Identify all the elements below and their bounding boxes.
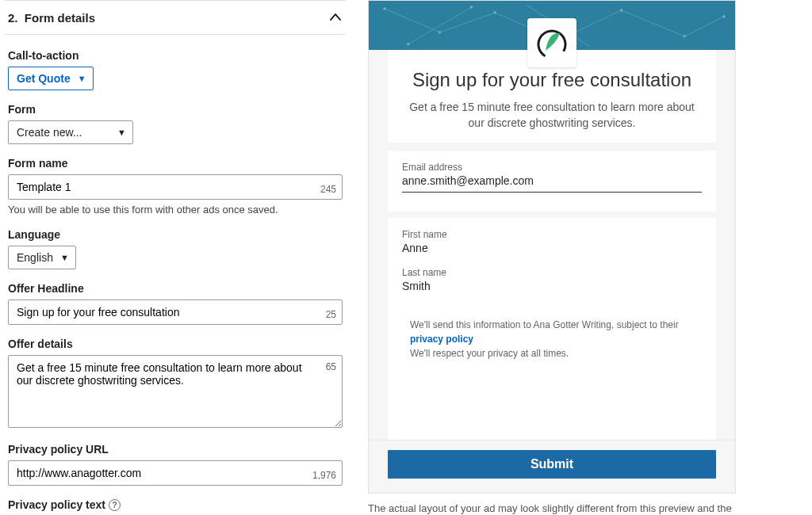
svg-line-1 xyxy=(440,13,496,32)
headline-label: Offer Headline xyxy=(8,282,343,295)
preview-headline: Sign up for your free consultation xyxy=(408,69,695,91)
form-label: Form xyxy=(8,103,343,116)
privacy-url-counter: 1,976 xyxy=(312,470,336,481)
svg-line-5 xyxy=(684,17,724,36)
form-name-label: Form name xyxy=(8,157,343,170)
preview-submit-button[interactable]: Submit xyxy=(388,450,716,479)
help-icon[interactable]: ? xyxy=(109,499,121,511)
section-header[interactable]: 2. Form details xyxy=(5,0,346,35)
caret-down-icon: ▼ xyxy=(78,74,86,83)
svg-point-16 xyxy=(470,6,473,8)
svg-line-6 xyxy=(408,7,472,44)
chevron-up-icon[interactable] xyxy=(328,10,343,25)
caret-down-icon: ▼ xyxy=(60,253,69,262)
form-name-hint: You will be able to use this form with o… xyxy=(8,204,343,216)
preview-consent-text: We'll send this information to Ana Gotte… xyxy=(410,319,679,330)
preview-email-label: Email address xyxy=(402,162,702,173)
form-select[interactable]: Create new... ▼ xyxy=(8,120,133,144)
svg-point-13 xyxy=(684,35,686,37)
language-label: Language xyxy=(8,228,343,241)
details-label: Offer details xyxy=(8,338,343,350)
cta-select[interactable]: Get Quote ▼ xyxy=(8,67,94,90)
preview-last-value: Smith xyxy=(402,280,702,297)
cta-label: Call-to-action xyxy=(8,49,343,62)
preview-privacy-link[interactable]: privacy policy xyxy=(410,334,473,345)
svg-point-8 xyxy=(383,7,385,10)
preview-sub: Get a free 15 minute free consultation t… xyxy=(408,99,695,132)
section-title: Form details xyxy=(25,11,95,25)
privacy-text-label: Privacy policy text xyxy=(8,498,105,511)
language-select[interactable]: English ▼ xyxy=(8,246,76,269)
preview-disclaimer: The actual layout of your ad may look sl… xyxy=(368,502,736,515)
form-name-counter: 245 xyxy=(320,184,336,195)
svg-line-0 xyxy=(385,9,440,32)
headline-input[interactable] xyxy=(8,299,343,325)
form-name-input[interactable] xyxy=(8,174,343,200)
privacy-url-input[interactable] xyxy=(8,460,343,486)
details-textarea[interactable] xyxy=(8,355,343,428)
caret-down-icon: ▼ xyxy=(117,128,126,137)
section-number: 2. xyxy=(8,11,18,25)
preview-first-label: First name xyxy=(402,229,702,240)
preview-consent-custom: We'll respect your privacy at all times. xyxy=(410,348,569,359)
preview-last-label: Last name xyxy=(402,267,702,278)
svg-point-9 xyxy=(439,31,441,33)
headline-counter: 25 xyxy=(326,309,336,320)
svg-point-15 xyxy=(407,43,409,45)
preview-email-value: anne.smith@example.com xyxy=(402,174,702,193)
svg-point-14 xyxy=(722,15,725,17)
svg-point-10 xyxy=(494,11,496,13)
svg-point-12 xyxy=(620,9,622,11)
advertiser-logo xyxy=(527,18,576,67)
preview-first-value: Anne xyxy=(402,242,702,259)
privacy-url-label: Privacy policy URL xyxy=(8,443,343,456)
ad-preview: Sign up for your free consultation Get a… xyxy=(368,0,736,494)
svg-line-4 xyxy=(622,10,685,36)
details-counter: 65 xyxy=(326,361,336,372)
